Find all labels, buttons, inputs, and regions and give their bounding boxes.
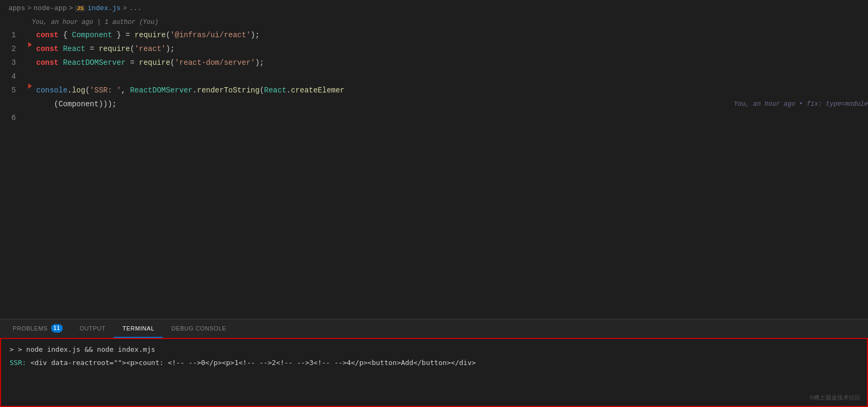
tab-terminal-label: TERMINAL [122,325,154,332]
line-content-5: console.log('SSR: ', ReactDOMServer.rend… [32,83,868,97]
line-number-3: 3 [0,56,27,70]
line-content-3: const ReactDOMServer = require('react-do… [32,56,868,70]
code-line-2: 2 const React = require('react'); [0,42,868,56]
code-line-4: 4 [0,70,868,83]
breadcrumb-file[interactable]: index.js [87,4,120,12]
code-line-5: 5 console.log('SSR: ', ReactDOMServer.re… [0,83,868,97]
bottom-panel: PROBLEMS 11 OUTPUT TERMINAL DEBUG CONSOL… [0,319,868,407]
code-line-5-cont: (Component))); You, an hour ago • fix: t… [0,97,868,111]
code-line-6: 6 [0,111,868,125]
line-number-5: 5 [0,83,27,97]
tab-problems-label: PROBLEMS [13,325,48,332]
code-editor: You, an hour ago | 1 author (You) 1 cons… [0,16,868,319]
breadcrumb-node-app[interactable]: node-app [34,4,66,12]
tab-output-label: OUTPUT [80,325,106,332]
breadcrumb-js-icon: JS [75,5,85,12]
terminal-content[interactable]: > > node index.js && node index.mjs SSR:… [0,338,868,407]
panel-tabs: PROBLEMS 11 OUTPUT TERMINAL DEBUG CONSOL… [0,319,868,338]
terminal-ssr-label: SSR: [10,359,26,367]
tab-debug[interactable]: DEBUG CONSOLE [163,319,235,338]
code-line-3: 3 const ReactDOMServer = require('react-… [0,56,868,70]
watermark: ©稀土掘金技术社区 [809,394,861,402]
breadcrumb: apps > node-app > JS index.js > ... [0,0,868,16]
terminal-ssr-output: <div data-reactroot=""><p>count: <!-- --… [30,359,475,367]
tab-output[interactable]: OUTPUT [71,319,114,338]
line-number-4: 4 [0,70,27,83]
line-content-5-cont: (Component))); [32,97,713,111]
breadcrumb-apps[interactable]: apps [9,4,25,12]
breakpoint-arrow-5 [28,83,32,89]
code-lines: 1 const { Component } = require('@infras… [0,28,868,319]
line-number-1: 1 [0,28,27,42]
code-line-1: 1 const { Component } = require('@infras… [0,28,868,42]
line-number-6: 6 [0,111,27,125]
breadcrumb-dots: ... [129,4,141,12]
line-indicator-5 [27,83,32,89]
blame-header: You, an hour ago | 1 author (You) [0,16,868,28]
blame-inline-5: You, an hour ago • fix: type=module [713,97,868,111]
tab-debug-label: DEBUG CONSOLE [171,325,226,332]
line-number-2: 2 [0,42,27,56]
problems-badge: 11 [51,324,63,333]
tab-problems[interactable]: PROBLEMS 11 [4,319,71,338]
line-content-2: const React = require('react'); [32,42,868,56]
terminal-output: SSR: <div data-reactroot=""><p>count: <!… [10,358,858,368]
tab-terminal[interactable]: TERMINAL [114,319,163,338]
line-indicator-2 [27,42,32,47]
breakpoint-arrow-2 [28,42,32,47]
terminal-prompt: > > node index.js && node index.mjs [10,345,858,353]
line-content-1: const { Component } = require('@infras/u… [32,28,868,42]
